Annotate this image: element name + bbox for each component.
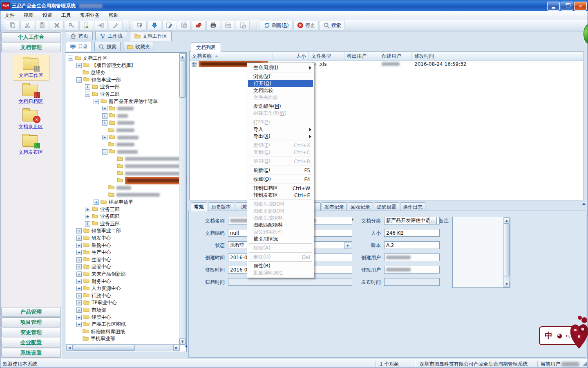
menu-item-属性[interactable]: 属性(R) [248,263,313,269]
tree-node[interactable]: − [102,148,138,155]
field-input-归档时间[interactable] [228,278,352,286]
expand-icon[interactable]: + [76,228,82,233]
menu-item-发送邮件[interactable]: 发送邮件(M) [248,103,313,110]
tree-node-销售事业一部[interactable]: −销售事业一部 [76,76,121,83]
toolbar-key-button[interactable] [65,20,78,31]
toolbar-delete-button[interactable] [50,20,64,31]
field-input-发布时间[interactable] [384,278,440,286]
tree-node[interactable] [102,184,131,191]
sidebar-header-1[interactable]: 文档管理 [1,43,61,52]
menu-item-导出[interactable]: 导出(X) [248,133,313,140]
sidebar-header-0[interactable]: 个人工作台 [1,32,61,42]
tab-文档工作区[interactable]: 文档工作区 [130,31,172,41]
tree-node-总经办[interactable]: 总经办 [76,69,105,76]
dropdown-arrow-icon[interactable]: ▼ [344,242,351,249]
tree-node[interactable] [102,191,160,198]
menu-item-打开[interactable]: 打开(O) [248,80,313,87]
tree-node[interactable] [111,177,187,184]
expand-icon[interactable]: + [76,279,82,284]
expand-icon[interactable]: + [94,200,99,205]
menu-item-导入[interactable]: 导入 [248,126,313,133]
tree-node-文档工作区[interactable]: −文档工作区 [68,55,107,62]
toolbar-return-button[interactable] [133,20,147,31]
expand-icon[interactable]: + [85,214,90,219]
tab-工作流[interactable]: 工作流 [95,31,127,40]
scroll-down-button[interactable]: ▼ [504,281,510,287]
toolbar-paste-button[interactable] [35,20,49,31]
tree-node[interactable]: + [102,119,134,126]
toolbar-get-button[interactable] [148,20,161,31]
collapse-icon[interactable]: − [102,149,107,155]
tree-node-研发中心[interactable]: +研发中心 [76,235,111,242]
vscroll-thumb[interactable] [504,223,510,276]
tab-首页[interactable]: 首页 [66,31,93,40]
expand-icon[interactable]: + [76,257,82,263]
toolbar-sign-button[interactable] [109,20,123,31]
menu-item-浏览[interactable]: 浏览(V) [248,73,313,80]
close-button[interactable]: ✕ [574,2,587,11]
tree-node-业务三部[interactable]: +业务三部 [85,206,120,213]
tree-node[interactable] [102,141,134,148]
menu-item-图纸匹配物料[interactable]: 图纸匹配物料 [248,222,313,229]
tree-node-市场部[interactable]: +市场部 [76,307,106,314]
toolbar-stop-button[interactable]: 停止 [293,20,319,31]
toolbar-print-button[interactable] [206,20,220,31]
sidebar-button-变更管理[interactable]: 变更管理 [1,328,61,337]
menu-item-被引用情况[interactable]: 被引用情况 [248,236,313,242]
menubar-item-2[interactable]: 设置 [38,11,57,20]
menu-item-生命周期[interactable]: 生命周期(I) [248,64,313,71]
tree-node-财务中心[interactable]: +财务中心 [76,278,111,285]
expand-icon[interactable]: + [76,293,82,298]
toolbar-search-button[interactable]: 搜索 [320,20,345,31]
expand-icon[interactable]: + [102,106,107,111]
tree-node-未来产品创新部[interactable]: +未来产品创新部 [76,271,126,278]
scroll-up-button[interactable]: ▲ [179,54,186,60]
menubar-item-1[interactable]: 视图 [19,11,38,20]
menubar-item-4[interactable]: 常用业务 [76,11,104,20]
detail-tab-操作日志[interactable]: 操作日志 [400,202,425,211]
expand-icon[interactable]: + [76,286,82,291]
tree-node-业务五部[interactable]: +业务五部 [85,220,120,227]
column-header-创建用户[interactable]: 创建用户 [379,52,412,60]
tree-node[interactable] [102,127,134,134]
column-header-检出用户[interactable]: 检出用户 [344,52,379,60]
collapse-icon[interactable]: − [85,92,90,97]
expand-icon[interactable]: + [85,221,90,227]
toolbar-edit-button[interactable] [162,20,176,31]
expand-icon[interactable]: + [76,264,82,269]
expand-icon[interactable]: + [76,63,82,68]
tree-node-销售事业二部[interactable]: +销售事业二部 [76,227,121,234]
collapse-icon[interactable]: − [68,56,73,61]
sidebar-item-文档工作区[interactable]: 文档工作区 [13,55,49,81]
tree-node[interactable]: + [102,105,134,112]
menubar-item-3[interactable]: 工具 [57,11,76,20]
field-input-创建用户[interactable] [384,254,440,261]
menu-item-转到发布区[interactable]: 转到发布区Ctrl+E [248,192,313,199]
tree-tab-收藏夹[interactable]: 收藏夹 [123,42,154,51]
menu-item-刷新[interactable]: 刷新(E)F5 [248,167,313,174]
tree-node-人力资源中心[interactable]: +人力资源中心 [76,285,121,292]
field-input-修改用户[interactable] [384,266,440,274]
scroll-right-button[interactable]: ▶ [173,345,180,351]
tree-node-手机事业部[interactable]: 手机事业部 [76,335,115,342]
toolbar-checkin-button[interactable] [94,20,108,31]
field-input-版本[interactable]: A.2 [384,241,440,249]
detail-tab-回收记录[interactable]: 回收记录 [348,202,373,211]
menubar-item-5[interactable]: 帮助 [104,11,123,20]
sidebar-item-文档发布区[interactable]: 文档发布区 [13,134,49,156]
tree-node-业务四部[interactable]: +业务四部 [85,213,120,220]
detail-tab-常规[interactable]: 常规 [191,202,207,211]
detail-tab-发布记录[interactable]: 发布记录 [322,202,347,211]
expand-icon[interactable]: + [76,300,82,305]
collapse-tree-arrow[interactable] [185,345,187,348]
scroll-up-button[interactable]: ▲ [504,218,510,224]
expand-icon[interactable]: + [102,120,107,126]
expand-icon[interactable]: + [76,243,82,248]
restore-button[interactable] [561,2,573,11]
tree-node[interactable] [111,170,185,177]
hscroll-thumb[interactable] [73,345,135,351]
remark-textarea[interactable]: ▲▼ [452,217,510,288]
tree-vscrollbar[interactable]: ▲▼ [179,53,186,345]
expand-icon[interactable]: + [76,272,82,277]
toolbar-cut-button[interactable] [20,20,34,31]
